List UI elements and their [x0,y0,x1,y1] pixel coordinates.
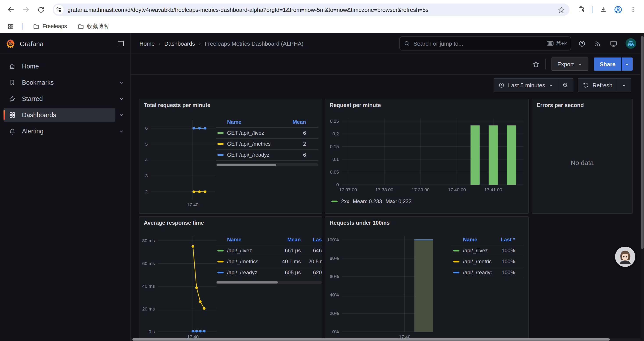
grafana-logo[interactable] [6,39,15,48]
expand-alerting-button[interactable] [115,125,128,137]
dashboard-content: Last 5 minutes Refresh [131,75,644,341]
refresh-interval-button[interactable] [617,79,631,92]
legend-row[interactable]: GET /api/_/livez6 [216,128,318,139]
breadcrumb-current: Freeleaps Metrics Dashboard (ALPHA) [205,40,304,47]
breadcrumb-home[interactable]: Home [140,40,154,47]
svg-text:0: 0 [336,182,339,187]
vertical-scrollbar[interactable] [640,33,644,341]
panel-title[interactable]: Errors per second [532,99,632,112]
panel-title[interactable]: Average response time [140,217,322,229]
svg-text:0%: 0% [332,329,339,334]
legend-table[interactable]: NameLast */api/_/livez100%/api/_/metrics… [452,234,524,278]
legend-swatch [218,250,224,251]
share-button[interactable]: Share [594,58,621,71]
legend-scrollbar[interactable] [216,163,318,166]
search-input[interactable]: Search or jump to... ⌘+k [400,37,571,51]
downloads-button[interactable] [597,3,610,16]
svg-text:60 ms: 60 ms [142,261,155,266]
home-icon [9,63,16,70]
legend-row[interactable]: /api/_/livez100% [452,245,524,256]
reload-icon [37,6,44,14]
legend-scrollbar[interactable] [216,281,322,284]
zoom-out-button[interactable] [558,79,573,92]
chevron-down-icon [578,62,582,67]
scrollbar-thumb[interactable] [132,338,610,340]
legend-table[interactable]: NameMeanGET /api/_/livez6GET /api/_/metr… [216,117,318,166]
svg-text:3: 3 [145,173,148,178]
breadcrumb-separator: › [158,40,160,47]
header-icons [578,38,636,49]
bookmarks-bar: Freeleaps 收藏博客 [0,19,644,33]
panel-title[interactable]: Total requests per minute [140,99,322,112]
series-legend[interactable]: 2xx Mean: 0.233 Max: 0.233 [332,198,412,204]
chevron-down-icon [549,83,554,88]
chevron-down-icon [119,96,124,101]
sidebar-item-starred[interactable]: Starred [4,92,115,106]
legend-row[interactable]: /api/_/readyz100% [452,267,524,278]
cartoon-avatar [615,247,635,267]
share-menu-button[interactable] [621,58,632,71]
panel-request-per-minute: Request per minute 00.050.10.150.20.2517… [325,99,529,214]
toolbar-divider [592,6,593,13]
bookmark-folder-freeleaps[interactable]: Freeleaps [29,21,71,31]
expand-dashboards-button[interactable] [115,109,128,121]
sidebar-item-alerting[interactable]: Alerting [4,124,115,138]
refresh-button[interactable]: Refresh [578,79,617,92]
legend-row[interactable]: GET /api/_/metrics2 [216,139,318,150]
legend-row[interactable]: /api/_/metrics40.1 ms20.5 r [216,256,322,267]
zoom-out-icon [563,82,569,88]
svg-text:100%: 100% [327,237,339,242]
sidebar-item-dashboards[interactable]: Dashboards [4,108,115,122]
sidebar-toggle-icon[interactable] [117,40,124,47]
scrollbar-thumb[interactable] [216,281,278,283]
panel-title[interactable]: Request per minute [325,99,528,112]
chevron-down-icon [622,83,626,88]
refresh-label: Refresh [592,82,612,88]
scrollbar-thumb[interactable] [641,36,644,249]
back-icon [7,6,15,14]
export-button[interactable]: Export [552,58,588,71]
star-icon [9,95,16,102]
folder-icon [78,23,84,30]
help-icon[interactable] [578,40,586,47]
legend-series-label: 2xx [341,198,349,204]
legend-row[interactable]: /api/_/metrics100% [452,256,524,267]
expand-bookmarks-button[interactable] [115,76,128,89]
browser-menu-button[interactable] [626,3,640,16]
scrollbar-thumb[interactable] [216,164,276,166]
favorite-star-icon[interactable] [532,60,540,68]
expand-starred-button[interactable] [115,93,128,105]
url-bar[interactable]: grafana.mathmast.com/d/deytv4rwavabkb/fr… [52,4,570,16]
legend-table[interactable]: NameMeanLas/api/_/livez661 µs646/api/_/m… [216,234,322,284]
svg-text:0.25: 0.25 [330,119,339,124]
search-placeholder: Search or jump to... [414,40,543,47]
news-rss-icon[interactable] [594,40,602,47]
legend-swatch [218,261,224,262]
horizontal-scrollbar[interactable] [131,338,644,341]
sidebar-item-label: Starred [22,95,43,102]
time-range-picker[interactable]: Last 5 minutes [494,79,558,92]
legend-row[interactable]: GET /api/_/readyz6 [216,150,318,161]
monitor-icon[interactable] [610,40,617,47]
site-settings-icon[interactable] [54,5,64,15]
legend-row[interactable]: /api/_/readyz605 µs620 [216,267,322,278]
bookmark-star-icon[interactable] [558,6,565,14]
user-avatar[interactable] [626,38,636,49]
panel-title[interactable]: Requests under 100ms [325,217,528,229]
screen: grafana.mathmast.com/d/deytv4rwavabkb/fr… [0,0,644,341]
floating-avatar-widget[interactable] [615,247,635,267]
svg-text:6: 6 [145,126,148,131]
extensions-button[interactable] [575,3,588,16]
reload-button[interactable] [34,3,47,16]
legend-row[interactable]: /api/_/livez661 µs646 [216,245,322,256]
sidebar-item-bookmarks[interactable]: Bookmarks [4,76,115,90]
url-text[interactable]: grafana.mathmast.com/d/deytv4rwavabkb/fr… [68,6,558,13]
profile-button[interactable] [612,3,625,16]
sidebar-item-home[interactable]: Home [4,59,128,73]
breadcrumb-dashboards[interactable]: Dashboards [164,40,195,47]
forward-button[interactable] [19,3,32,16]
back-button[interactable] [4,3,18,16]
bookmark-folder-blogs[interactable]: 收藏博客 [74,21,113,32]
svg-text:0 s: 0 s [148,329,155,334]
apps-grid-button[interactable] [5,21,16,32]
